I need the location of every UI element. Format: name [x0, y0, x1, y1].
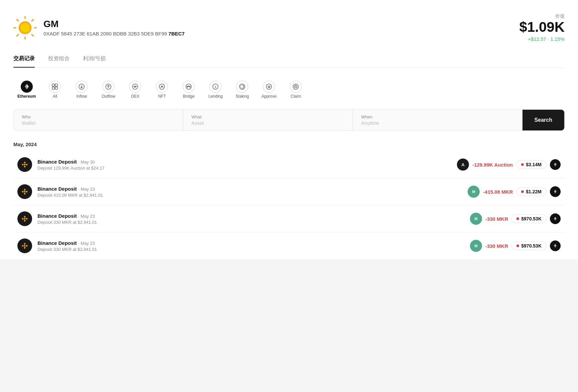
filter-claim-label: Claim: [291, 94, 301, 99]
value-label: 价值: [519, 13, 565, 19]
header-info: GM 0XADF 5845 273E 61AB 2090 BDBB 32B3 5…: [43, 19, 185, 36]
asset-icon: A: [457, 159, 469, 171]
bridge-icon: [183, 81, 195, 93]
svg-line-6: [32, 34, 33, 36]
main-tabs-section: 交易记录 投资组合 利润/亏损: [13, 52, 565, 68]
tx-info: Binance Deposit · May 23 Deposit 415.08 …: [37, 186, 462, 198]
tx-right: M -415.08 MKR $1.22M: [468, 186, 561, 198]
tx-subtitle: Deposit 330 MKR at $2,941.01: [37, 247, 465, 252]
svg-rect-15: [52, 84, 55, 86]
svg-point-34: [293, 84, 298, 89]
sun-icon: [13, 16, 37, 39]
svg-point-23: [159, 84, 165, 89]
table-row[interactable]: Binance Deposit · May 23 Deposit 330 MKR…: [13, 232, 565, 259]
svg-point-33: [268, 86, 270, 88]
svg-marker-12: [27, 84, 29, 88]
claim-icon: [290, 81, 302, 93]
tx-title: Binance Deposit · May 23: [37, 240, 465, 246]
tx-amount: -415.08 MKR: [483, 189, 513, 195]
platform-icon: [17, 184, 32, 199]
chain-icon: [550, 213, 561, 224]
svg-rect-35: [294, 86, 297, 88]
usd-dot: [521, 163, 524, 166]
who-label: Who: [22, 114, 175, 119]
filter-row: Ethereum All Infl: [13, 78, 565, 101]
table-row[interactable]: Binance Deposit · May 30 Deposit 129.99K…: [13, 151, 565, 178]
filter-lending-label: Lending: [208, 94, 223, 99]
main-tabs: 交易记录 投资组合 利润/亏损: [13, 52, 565, 68]
filter-ethereum[interactable]: Ethereum: [13, 78, 40, 101]
tx-right: A -129.99K Auction $3.14M: [457, 159, 561, 171]
svg-point-10: [21, 23, 29, 32]
when-placeholder: Anytime: [361, 120, 514, 126]
tx-subtitle: Deposit 415.08 MKR at $2,941.01: [37, 193, 462, 198]
svg-line-8: [17, 34, 18, 36]
filter-dex[interactable]: DEX: [123, 78, 147, 101]
nft-icon: [156, 81, 168, 93]
filter-claim[interactable]: Claim: [284, 78, 307, 101]
svg-point-32: [266, 84, 272, 89]
outflow-icon: [102, 81, 114, 93]
address-main: 0XADF 5845 273E 61AB 2090 BDBB 32B3 5DE9…: [43, 31, 167, 36]
tx-usd: $970.53K: [511, 241, 547, 250]
wallet-name: GM: [43, 19, 185, 29]
tx-info: Binance Deposit · May 23 Deposit 330 MKR…: [37, 240, 465, 252]
transaction-list: Binance Deposit · May 30 Deposit 129.99K…: [13, 151, 565, 259]
svg-text:M: M: [474, 217, 477, 221]
search-bar: Who Wallet What Asset When Anytime Searc…: [13, 109, 565, 131]
filter-lending[interactable]: $ Lending: [204, 78, 227, 101]
platform-icon: [17, 211, 32, 226]
filter-outflow[interactable]: Outflow: [97, 78, 120, 101]
tx-right: M -330 MKR $970.53K: [470, 213, 561, 225]
dex-icon: [129, 81, 141, 93]
tx-title: Binance Deposit · May 23: [37, 186, 462, 192]
approve-icon: [263, 81, 275, 93]
tx-title: Binance Deposit · May 23: [37, 213, 465, 219]
tx-title: Binance Deposit · May 30: [37, 159, 452, 165]
filter-inflow[interactable]: Inflow: [70, 78, 93, 101]
tx-right: M -330 MKR $970.53K: [470, 240, 561, 252]
what-label: What: [191, 114, 345, 119]
search-button[interactable]: Search: [522, 110, 564, 130]
tab-transactions[interactable]: 交易记录: [13, 55, 35, 68]
chain-icon: [550, 240, 561, 251]
usd-dot: [516, 217, 519, 220]
svg-rect-18: [55, 87, 58, 89]
svg-text:M: M: [474, 244, 477, 248]
table-row[interactable]: Binance Deposit · May 23 Deposit 415.08 …: [13, 178, 565, 205]
when-field[interactable]: When Anytime: [353, 110, 522, 130]
svg-point-21: [132, 84, 138, 89]
tx-amount: -330 MKR: [485, 243, 508, 249]
filter-bridge[interactable]: Bridge: [177, 78, 200, 101]
ethereum-icon: [21, 81, 33, 93]
tab-portfolio[interactable]: 投资组合: [48, 55, 70, 68]
filter-nft[interactable]: NFT: [150, 78, 174, 101]
usd-value: $3.14M: [526, 162, 542, 167]
platform-icon: [17, 238, 32, 253]
tx-info: Binance Deposit · May 23 Deposit 330 MKR…: [37, 213, 465, 225]
wallet-address: 0XADF 5845 273E 61AB 2090 BDBB 32B3 5DE9…: [43, 31, 185, 36]
asset-icon: M: [468, 186, 480, 198]
filter-staking[interactable]: Staking: [230, 78, 254, 101]
tx-subtitle: Deposit 330 MKR at $2,941.01: [37, 220, 465, 225]
chain-icon: [550, 159, 561, 170]
tx-subtitle: Deposit 129.99K Auction at $24.17: [37, 166, 452, 171]
usd-value: $970.53K: [521, 216, 542, 221]
svg-text:M: M: [472, 190, 475, 194]
tx-amount: -129.99K Auction: [472, 162, 513, 168]
asset-icon: M: [470, 240, 482, 252]
svg-text:$: $: [215, 85, 216, 89]
filter-outflow-label: Outflow: [102, 94, 115, 99]
who-field[interactable]: Who Wallet: [14, 110, 183, 130]
what-field[interactable]: What Asset: [183, 110, 353, 130]
table-row[interactable]: Binance Deposit · May 23 Deposit 330 MKR…: [13, 205, 565, 232]
filter-approve[interactable]: Approve: [257, 78, 281, 101]
tab-pnl[interactable]: 利润/亏损: [83, 55, 106, 68]
svg-line-5: [17, 19, 18, 21]
tx-usd: $1.22M: [516, 187, 547, 196]
tx-usd: $970.53K: [511, 214, 547, 223]
filter-all[interactable]: All: [43, 78, 67, 101]
what-placeholder: Asset: [191, 120, 345, 126]
filter-approve-label: Approve: [262, 94, 277, 99]
value-change: +$12.57 · 1.15%: [519, 36, 565, 42]
